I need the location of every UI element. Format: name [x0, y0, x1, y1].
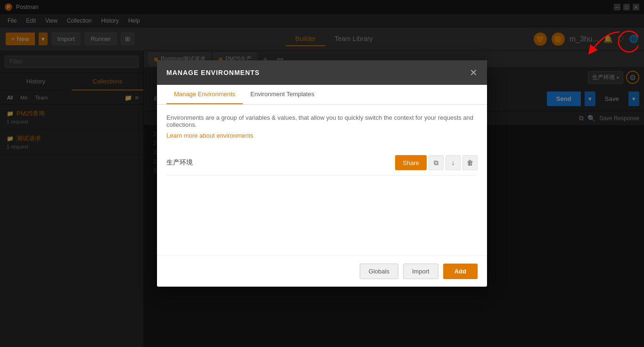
dialog-header: MANAGE ENVIRONMENTS ✕ [157, 60, 487, 85]
dialog-content: Environments are a group of variables & … [157, 105, 487, 256]
red-arrow-svg [577, 27, 638, 70]
trash-icon: 🗑 [467, 159, 473, 166]
environment-name: 生产环境 [166, 158, 395, 167]
environment-actions: Share ⧉ ↓ 🗑 [395, 155, 478, 170]
learn-more-link[interactable]: Learn more about environments [166, 132, 253, 139]
environment-row: 生产环境 Share ⧉ ↓ 🗑 [166, 150, 478, 175]
tab-environment-templates[interactable]: Environment Templates [243, 85, 322, 104]
share-environment-button[interactable]: Share [395, 155, 427, 170]
add-environment-button[interactable]: Add [443, 264, 478, 279]
svg-point-0 [619, 31, 638, 52]
dialog-footer: Globals Import Add [157, 256, 487, 287]
dialog-close-button[interactable]: ✕ [470, 67, 478, 78]
delete-environment-button[interactable]: 🗑 [462, 155, 478, 170]
tab-manage-environments[interactable]: Manage Environments [166, 85, 243, 104]
dialog-title: MANAGE ENVIRONMENTS [166, 69, 260, 76]
globals-button[interactable]: Globals [360, 264, 398, 279]
download-icon: ↓ [452, 159, 455, 166]
modal-overlay[interactable]: MANAGE ENVIRONMENTS ✕ Manage Environment… [0, 0, 644, 347]
duplicate-icon: ⧉ [434, 159, 438, 167]
download-environment-button[interactable]: ↓ [446, 155, 461, 170]
dialog-tabs: Manage Environments Environment Template… [157, 85, 487, 105]
import-environment-button[interactable]: Import [403, 264, 438, 279]
dialog-body: Manage Environments Environment Template… [157, 85, 487, 287]
duplicate-environment-button[interactable]: ⧉ [429, 155, 444, 170]
arrow-annotation [577, 27, 638, 71]
manage-environments-dialog: MANAGE ENVIRONMENTS ✕ Manage Environment… [157, 60, 487, 287]
dialog-description: Environments are a group of variables & … [166, 114, 478, 128]
